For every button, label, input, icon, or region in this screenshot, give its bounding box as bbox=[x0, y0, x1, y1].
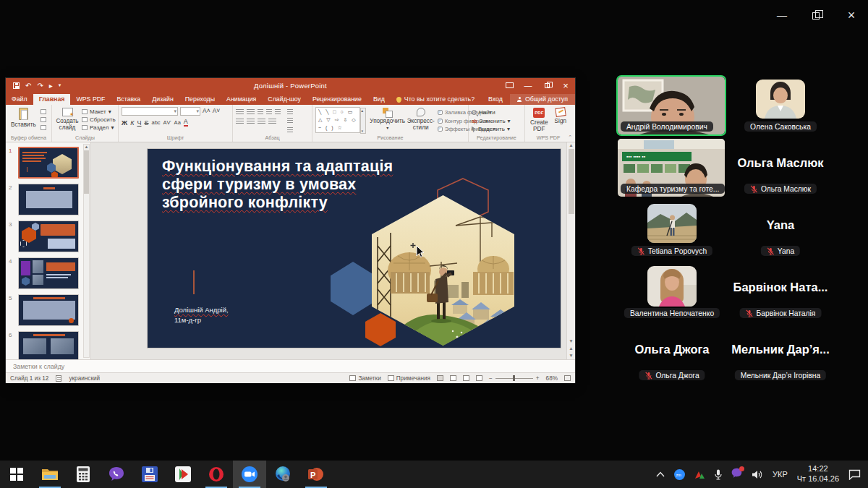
taskbar-zoom[interactable] bbox=[233, 461, 266, 488]
viber-tray-icon[interactable] bbox=[731, 468, 742, 481]
zoom-tray-icon[interactable]: zm bbox=[674, 469, 685, 480]
text-direction-icon[interactable] bbox=[287, 109, 293, 115]
language-indicator[interactable]: украинский bbox=[69, 375, 100, 382]
taskbar-powerpoint[interactable]: P bbox=[299, 461, 333, 488]
zoom-out-icon[interactable]: − bbox=[489, 375, 493, 382]
participant-tile[interactable]: Ольга Джога Ольга Джога bbox=[615, 324, 729, 385]
close-icon[interactable]: × bbox=[843, 7, 859, 23]
participant-tile[interactable]: Валентина Непочатенко bbox=[615, 262, 729, 322]
taskbar-edge[interactable] bbox=[266, 461, 299, 488]
ppt-restore-icon[interactable] bbox=[537, 78, 556, 93]
perf-monitor-icon[interactable] bbox=[694, 470, 705, 479]
find-button[interactable]: Найти bbox=[472, 109, 511, 116]
tab-wps-pdf[interactable]: WPS PDF bbox=[70, 94, 111, 105]
tab-home[interactable]: Главная bbox=[33, 94, 71, 105]
participant-tile[interactable]: Барвінок Ната... Барвінок Наталія bbox=[723, 262, 838, 322]
strikethrough-button[interactable]: S bbox=[144, 119, 148, 127]
taskbar-file-explorer[interactable] bbox=[33, 461, 67, 488]
slide-author[interactable]: Долішній Андрій, 11м-д-гр bbox=[174, 305, 229, 326]
chevron-up-icon[interactable] bbox=[656, 471, 665, 477]
underline-button[interactable]: Ч bbox=[137, 119, 141, 127]
shapes-scroll[interactable]: ▲▾ bbox=[360, 108, 366, 134]
tab-slideshow[interactable]: Слайд-шоу bbox=[262, 94, 307, 105]
slide-thumbnail-5[interactable]: 5 bbox=[9, 294, 82, 326]
taskbar-viber[interactable] bbox=[100, 461, 133, 488]
tell-me-box[interactable]: Что вы хотите сделать? bbox=[391, 94, 480, 105]
tab-animation[interactable]: Анимация bbox=[221, 94, 262, 105]
slide-thumbnail-1[interactable]: 1 bbox=[9, 147, 82, 179]
restore-icon[interactable] bbox=[809, 7, 825, 23]
create-pdf-button[interactable]: PDF Create PDF bbox=[528, 107, 550, 133]
ppt-close-icon[interactable]: × bbox=[556, 78, 575, 93]
numbering-icon[interactable] bbox=[247, 109, 255, 116]
normal-view-icon[interactable] bbox=[437, 375, 443, 381]
participant-tile[interactable]: ▪▪▪ ▪▪▪▪ ▪▪ Кафедра туризму та готе... bbox=[615, 137, 729, 198]
zoom-slider[interactable]: − + bbox=[489, 375, 540, 382]
bold-button[interactable]: Ж bbox=[122, 119, 127, 127]
slide-thumbnail-4[interactable]: 4 bbox=[9, 257, 82, 289]
language-indicator[interactable]: УКР bbox=[773, 470, 788, 479]
notes-toggle[interactable]: Заметки bbox=[349, 375, 380, 382]
participant-tile[interactable]: Yana Yana bbox=[723, 200, 838, 260]
font-name-combobox[interactable]: ▾ bbox=[122, 107, 178, 116]
tab-insert[interactable]: Вставка bbox=[111, 94, 147, 105]
slide-thumbnail-2[interactable]: 2 bbox=[9, 184, 82, 215]
participant-tile[interactable]: Мельник Дар’я... Мельник Дар’я Ігорівна bbox=[723, 324, 838, 385]
arrange-button[interactable]: Упорядочить▾ bbox=[371, 107, 404, 133]
taskbar-media-app[interactable] bbox=[166, 461, 200, 488]
slide-editor[interactable]: Функціонування та адаптація сфери туризм… bbox=[148, 149, 561, 348]
align-center-icon[interactable] bbox=[247, 119, 255, 125]
decrease-indent-icon[interactable] bbox=[258, 109, 263, 116]
tab-transitions[interactable]: Переходы bbox=[179, 94, 221, 105]
align-right-icon[interactable] bbox=[258, 119, 265, 125]
text-shadow-button[interactable]: abc bbox=[151, 119, 160, 126]
replace-button[interactable]: abЗаменить ▾ bbox=[472, 118, 511, 124]
shrink-font-icon[interactable]: А˅ bbox=[213, 107, 221, 116]
taskbar-calculator[interactable] bbox=[67, 461, 100, 488]
taskbar-opera[interactable] bbox=[200, 461, 233, 488]
slide-thumbnail-6[interactable]: 6 bbox=[9, 331, 82, 359]
taskbar-backup-app[interactable] bbox=[133, 461, 166, 488]
section-button[interactable]: Раздел ▾ bbox=[82, 124, 116, 131]
thumbnail-scrollbar[interactable]: ▲ bbox=[83, 144, 90, 358]
font-color-button[interactable]: А bbox=[184, 119, 188, 127]
slideshow-view-icon[interactable] bbox=[476, 375, 482, 381]
speaker-icon[interactable] bbox=[752, 470, 763, 479]
reset-button[interactable]: Сбросить bbox=[82, 116, 116, 123]
start-button[interactable] bbox=[0, 461, 33, 488]
font-size-combobox[interactable]: ▾ bbox=[180, 107, 200, 116]
smartart-icon[interactable] bbox=[287, 127, 293, 133]
reading-view-icon[interactable] bbox=[463, 375, 469, 381]
slide-scrollbar[interactable]: ▲ ▼▲▼ bbox=[566, 142, 575, 359]
tab-design[interactable]: Дизайн bbox=[146, 94, 179, 105]
sign-button[interactable]: Sign bbox=[553, 107, 569, 133]
zoom-in-icon[interactable]: + bbox=[536, 375, 540, 382]
slide-thumbnail-3[interactable]: 3 bbox=[9, 221, 82, 252]
change-case-button[interactable]: Аа bbox=[174, 119, 181, 126]
increase-indent-icon[interactable] bbox=[266, 109, 272, 116]
microphone-icon[interactable] bbox=[715, 469, 722, 480]
participant-tile[interactable]: Андрій Володимирович bbox=[615, 75, 729, 136]
select-button[interactable]: Выделить ▾ bbox=[472, 126, 511, 132]
zoom-level[interactable]: 68% bbox=[546, 375, 558, 382]
comments-toggle[interactable]: Примечания bbox=[388, 375, 430, 382]
participant-tile[interactable]: Ольга Маслюк Ольга Маслюк bbox=[723, 137, 838, 198]
share-button[interactable]: Общий доступ bbox=[510, 94, 575, 105]
action-center-icon[interactable] bbox=[848, 469, 861, 480]
ribbon-options-icon[interactable] bbox=[500, 78, 519, 93]
paste-button[interactable]: Вставить bbox=[9, 107, 38, 133]
grow-font-icon[interactable]: А˄ bbox=[203, 107, 210, 116]
sign-in-button[interactable]: Вход bbox=[481, 94, 510, 105]
layout-button[interactable]: Макет ▾ bbox=[82, 108, 116, 115]
shapes-gallery[interactable]: ╲ ╲ □ ○ ▭ △ ▽ ⇨ ⇩ ◇ ~ ( ) ☆ ▲▾ bbox=[315, 107, 360, 133]
spellcheck-icon[interactable] bbox=[56, 375, 61, 382]
tab-review[interactable]: Рецензирование bbox=[307, 94, 367, 105]
align-left-icon[interactable] bbox=[236, 119, 244, 125]
participant-tile[interactable]: Олена Саковська bbox=[723, 75, 838, 136]
line-spacing-icon[interactable] bbox=[275, 109, 281, 116]
participant-tile[interactable]: Tetiana Popovych bbox=[615, 200, 729, 260]
collapse-ribbon-icon[interactable]: ⌃ bbox=[568, 134, 572, 140]
tab-file[interactable]: Файл bbox=[6, 94, 33, 105]
bullets-icon[interactable] bbox=[236, 109, 244, 116]
zoom-slider-thumb[interactable] bbox=[513, 375, 515, 381]
